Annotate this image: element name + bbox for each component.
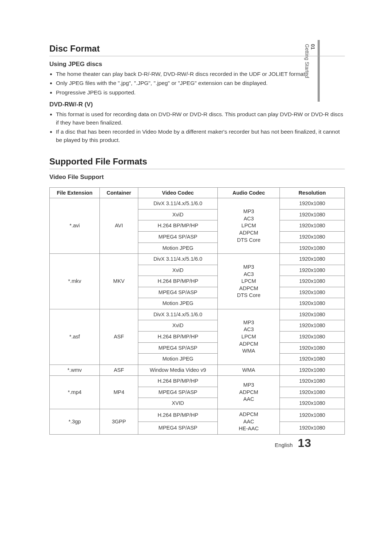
cell-vcodec: Motion JPEG	[138, 298, 218, 309]
cell-res: 1920x1080	[280, 243, 345, 254]
cell-vcodec: MPEG4 SP/ASP	[138, 422, 218, 434]
cell-acodec: MP3 AC3 LPCM ADPCM DTS Core	[218, 198, 280, 254]
bullet-item: Only JPEG files with the ".jpg", ".JPG",…	[56, 79, 345, 87]
footer-page-number: 13	[298, 436, 311, 449]
jpeg-bullets: The home theater can play back D-R/-RW, …	[49, 70, 345, 97]
cell-vcodec: MPEG4 SP/ASP	[138, 231, 218, 243]
cell-res: 1920x1080	[280, 231, 345, 243]
cell-container: MP4	[100, 376, 138, 409]
cell-container: MKV	[100, 254, 138, 309]
cell-res: 1920x1080	[280, 276, 345, 287]
th-container: Container	[100, 188, 138, 198]
cell-vcodec: H.264 BP/MP/HP	[138, 220, 218, 232]
cell-res: 1920x1080	[280, 309, 345, 320]
th-resolution: Resolution	[280, 188, 345, 198]
cell-res: 1920x1080	[280, 354, 345, 365]
cell-extension: *.asf	[50, 309, 100, 365]
table-row: *.mp4 MP4 H.264 BP/MP/HP MP3 ADPCM AAC 1…	[50, 376, 345, 387]
th-video-codec: Video Codec	[138, 188, 218, 198]
cell-vcodec: XviD	[138, 209, 218, 220]
dvdrw-bullets: This format is used for recording data o…	[49, 110, 345, 144]
cell-container: ASF	[100, 309, 138, 365]
cell-res: 1920x1080	[280, 398, 345, 409]
table-row: *.3gp 3GPP H.264 BP/MP/HP ADPCM AAC HE-A…	[50, 409, 345, 422]
cell-extension: *.wmv	[50, 365, 100, 376]
page-content: Disc Format Using JPEG discs The home th…	[0, 0, 392, 456]
cell-vcodec: H.264 BP/MP/HP	[138, 276, 218, 287]
cell-container: AVI	[100, 198, 138, 254]
cell-res: 1920x1080	[280, 320, 345, 331]
th-extension: File Extension	[50, 188, 100, 198]
cell-res: 1920x1080	[280, 209, 345, 220]
cell-vcodec: H.264 BP/MP/HP	[138, 376, 218, 387]
cell-vcodec: MPEG4 SP/ASP	[138, 287, 218, 298]
video-support-table: File Extension Container Video Codec Aud…	[49, 187, 345, 434]
section-title-supported: Supported File Formats	[49, 156, 345, 169]
cell-res: 1920x1080	[280, 198, 345, 209]
cell-vcodec: DivX 3.11/4.x/5.1/6.0	[138, 309, 218, 320]
subhead-video-support: Video File Support	[49, 174, 345, 181]
table-header-row: File Extension Container Video Codec Aud…	[50, 188, 345, 198]
cell-vcodec: DivX 3.11/4.x/5.1/6.0	[138, 198, 218, 209]
cell-res: 1920x1080	[280, 254, 345, 265]
cell-res: 1920x1080	[280, 409, 345, 422]
cell-extension: *.avi	[50, 198, 100, 254]
cell-vcodec: XviD	[138, 265, 218, 276]
subhead-jpeg: Using JPEG discs	[49, 61, 345, 68]
cell-vcodec: H.264 BP/MP/HP	[138, 331, 218, 343]
cell-acodec: ADPCM AAC HE-AAC	[218, 409, 280, 434]
cell-res: 1920x1080	[280, 298, 345, 309]
cell-container: ASF	[100, 365, 138, 376]
cell-res: 1920x1080	[280, 265, 345, 276]
cell-vcodec: H.264 BP/MP/HP	[138, 409, 218, 422]
table-row: *.wmv ASF Window Media Video v9 WMA 1920…	[50, 365, 345, 376]
cell-res: 1920x1080	[280, 365, 345, 376]
cell-extension: *.3gp	[50, 409, 100, 434]
cell-extension: *.mp4	[50, 376, 100, 409]
table-row: *.avi AVI DivX 3.11/4.x/5.1/6.0 MP3 AC3 …	[50, 198, 345, 209]
subhead-dvdrw: DVD-RW/-R (V)	[49, 101, 345, 108]
cell-acodec: MP3 AC3 LPCM ADPCM WMA	[218, 309, 280, 365]
table-row: *.mkv MKV DivX 3.11/4.x/5.1/6.0 MP3 AC3 …	[50, 254, 345, 265]
bullet-item: Progressive JPEG is supported.	[56, 89, 345, 97]
cell-acodec: MP3 AC3 LPCM ADPCM DTS Core	[218, 254, 280, 309]
th-audio-codec: Audio Codec	[218, 188, 280, 198]
cell-container: 3GPP	[100, 409, 138, 434]
cell-vcodec: XVID	[138, 398, 218, 409]
cell-vcodec: MPEG4 SP/ASP	[138, 342, 218, 354]
cell-res: 1920x1080	[280, 220, 345, 232]
bullet-item: This format is used for recording data o…	[56, 110, 345, 127]
cell-vcodec: Motion JPEG	[138, 243, 218, 254]
cell-vcodec: DivX 3.11/4.x/5.1/6.0	[138, 254, 218, 265]
cell-extension: *.mkv	[50, 254, 100, 309]
table-row: *.asf ASF DivX 3.11/4.x/5.1/6.0 MP3 AC3 …	[50, 309, 345, 320]
bullet-item: If a disc that has been recorded in Vide…	[56, 128, 345, 144]
cell-vcodec: XviD	[138, 320, 218, 331]
cell-res: 1920x1080	[280, 376, 345, 387]
cell-res: 1920x1080	[280, 331, 345, 343]
section-title-disc-format: Disc Format	[49, 44, 345, 56]
cell-res: 1920x1080	[280, 387, 345, 398]
cell-res: 1920x1080	[280, 422, 345, 434]
cell-res: 1920x1080	[280, 342, 345, 354]
cell-vcodec: Motion JPEG	[138, 354, 218, 365]
cell-vcodec: MPEG4 SP/ASP	[138, 387, 218, 398]
footer-language: English	[275, 442, 293, 448]
cell-acodec: WMA	[218, 365, 280, 376]
bullet-item: The home theater can play back D-R/-RW, …	[56, 70, 345, 78]
cell-vcodec: Window Media Video v9	[138, 365, 218, 376]
cell-acodec: MP3 ADPCM AAC	[218, 376, 280, 409]
page-footer: English 13	[275, 436, 311, 450]
cell-res: 1920x1080	[280, 287, 345, 298]
